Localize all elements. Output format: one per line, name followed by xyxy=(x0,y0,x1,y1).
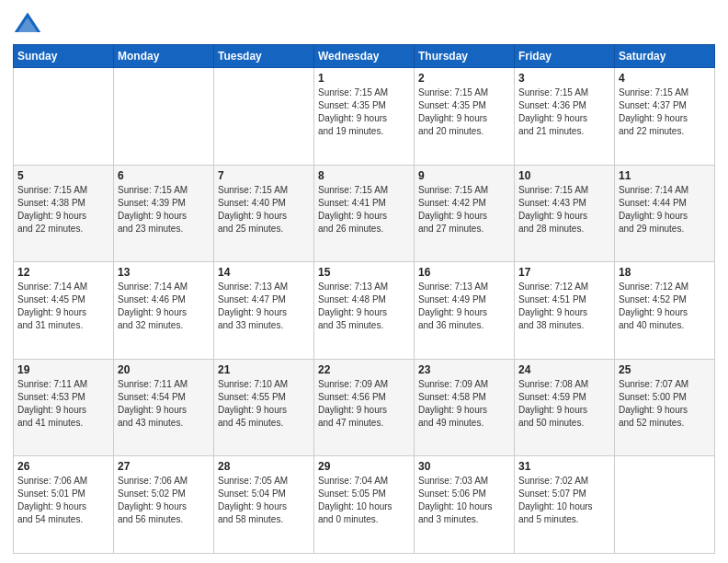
day-info: Sunrise: 7:06 AM Sunset: 5:01 PM Dayligh… xyxy=(17,475,109,526)
weekday-header-saturday: Saturday xyxy=(615,45,715,68)
day-cell-1: 1Sunrise: 7:15 AM Sunset: 4:35 PM Daylig… xyxy=(314,68,415,166)
day-number: 27 xyxy=(118,460,210,473)
day-cell-24: 24Sunrise: 7:08 AM Sunset: 4:59 PM Dayli… xyxy=(515,359,615,456)
day-number: 17 xyxy=(518,266,610,279)
day-cell-19: 19Sunrise: 7:11 AM Sunset: 4:53 PM Dayli… xyxy=(14,359,114,456)
day-number: 5 xyxy=(17,169,109,182)
day-cell-14: 14Sunrise: 7:13 AM Sunset: 4:47 PM Dayli… xyxy=(214,262,314,360)
day-number: 14 xyxy=(218,266,310,279)
day-number: 9 xyxy=(418,169,510,182)
day-number: 10 xyxy=(518,169,610,182)
logo xyxy=(13,9,46,39)
day-number: 3 xyxy=(518,72,610,85)
weekday-header-sunday: Sunday xyxy=(14,45,114,68)
week-row-3: 12Sunrise: 7:14 AM Sunset: 4:45 PM Dayli… xyxy=(14,262,715,360)
day-number: 24 xyxy=(518,363,610,376)
logo-icon xyxy=(13,9,42,39)
day-cell-12: 12Sunrise: 7:14 AM Sunset: 4:45 PM Dayli… xyxy=(14,262,114,360)
page: SundayMondayTuesdayWednesdayThursdayFrid… xyxy=(0,0,728,563)
day-info: Sunrise: 7:06 AM Sunset: 5:02 PM Dayligh… xyxy=(118,475,210,526)
weekday-header-thursday: Thursday xyxy=(415,45,515,68)
day-cell-16: 16Sunrise: 7:13 AM Sunset: 4:49 PM Dayli… xyxy=(415,262,515,360)
day-number: 22 xyxy=(318,363,410,376)
day-cell-10: 10Sunrise: 7:15 AM Sunset: 4:43 PM Dayli… xyxy=(515,165,615,262)
day-cell-15: 15Sunrise: 7:13 AM Sunset: 4:48 PM Dayli… xyxy=(314,262,415,360)
day-info: Sunrise: 7:14 AM Sunset: 4:44 PM Dayligh… xyxy=(619,184,711,236)
day-number: 7 xyxy=(218,169,310,182)
day-number: 31 xyxy=(518,460,610,473)
day-info: Sunrise: 7:14 AM Sunset: 4:45 PM Dayligh… xyxy=(17,281,109,332)
day-info: Sunrise: 7:09 AM Sunset: 4:58 PM Dayligh… xyxy=(418,378,510,430)
day-cell-21: 21Sunrise: 7:10 AM Sunset: 4:55 PM Dayli… xyxy=(214,359,314,456)
day-info: Sunrise: 7:12 AM Sunset: 4:52 PM Dayligh… xyxy=(619,281,711,332)
day-info: Sunrise: 7:15 AM Sunset: 4:43 PM Dayligh… xyxy=(518,184,610,236)
empty-cell xyxy=(615,456,715,554)
day-number: 12 xyxy=(17,266,109,279)
day-cell-20: 20Sunrise: 7:11 AM Sunset: 4:54 PM Dayli… xyxy=(114,359,214,456)
day-number: 4 xyxy=(619,72,711,85)
day-number: 21 xyxy=(218,363,310,376)
day-info: Sunrise: 7:03 AM Sunset: 5:06 PM Dayligh… xyxy=(418,475,510,526)
day-number: 13 xyxy=(118,266,210,279)
day-cell-22: 22Sunrise: 7:09 AM Sunset: 4:56 PM Dayli… xyxy=(314,359,415,456)
week-row-5: 26Sunrise: 7:06 AM Sunset: 5:01 PM Dayli… xyxy=(14,456,715,554)
day-number: 25 xyxy=(619,363,711,376)
day-number: 2 xyxy=(418,72,510,85)
day-info: Sunrise: 7:15 AM Sunset: 4:39 PM Dayligh… xyxy=(118,184,210,236)
day-info: Sunrise: 7:10 AM Sunset: 4:55 PM Dayligh… xyxy=(218,378,310,430)
day-cell-26: 26Sunrise: 7:06 AM Sunset: 5:01 PM Dayli… xyxy=(14,456,114,554)
day-number: 26 xyxy=(17,460,109,473)
day-cell-23: 23Sunrise: 7:09 AM Sunset: 4:58 PM Dayli… xyxy=(415,359,515,456)
header xyxy=(13,9,715,39)
day-info: Sunrise: 7:13 AM Sunset: 4:49 PM Dayligh… xyxy=(418,281,510,332)
calendar-table: SundayMondayTuesdayWednesdayThursdayFrid… xyxy=(13,44,715,554)
week-row-2: 5Sunrise: 7:15 AM Sunset: 4:38 PM Daylig… xyxy=(14,165,715,262)
day-number: 23 xyxy=(418,363,510,376)
empty-cell xyxy=(14,68,114,166)
weekday-header-friday: Friday xyxy=(515,45,615,68)
day-info: Sunrise: 7:11 AM Sunset: 4:54 PM Dayligh… xyxy=(118,378,210,430)
day-info: Sunrise: 7:15 AM Sunset: 4:40 PM Dayligh… xyxy=(218,184,310,236)
day-info: Sunrise: 7:04 AM Sunset: 5:05 PM Dayligh… xyxy=(318,475,410,526)
week-row-4: 19Sunrise: 7:11 AM Sunset: 4:53 PM Dayli… xyxy=(14,359,715,456)
day-info: Sunrise: 7:12 AM Sunset: 4:51 PM Dayligh… xyxy=(518,281,610,332)
day-info: Sunrise: 7:15 AM Sunset: 4:36 PM Dayligh… xyxy=(518,86,610,138)
day-info: Sunrise: 7:13 AM Sunset: 4:47 PM Dayligh… xyxy=(218,281,310,332)
day-cell-2: 2Sunrise: 7:15 AM Sunset: 4:35 PM Daylig… xyxy=(415,68,515,166)
day-number: 6 xyxy=(118,169,210,182)
day-info: Sunrise: 7:15 AM Sunset: 4:41 PM Dayligh… xyxy=(318,184,410,236)
day-cell-28: 28Sunrise: 7:05 AM Sunset: 5:04 PM Dayli… xyxy=(214,456,314,554)
day-cell-25: 25Sunrise: 7:07 AM Sunset: 5:00 PM Dayli… xyxy=(615,359,715,456)
week-row-1: 1Sunrise: 7:15 AM Sunset: 4:35 PM Daylig… xyxy=(14,68,715,166)
empty-cell xyxy=(114,68,214,166)
day-number: 28 xyxy=(218,460,310,473)
day-cell-8: 8Sunrise: 7:15 AM Sunset: 4:41 PM Daylig… xyxy=(314,165,415,262)
day-cell-11: 11Sunrise: 7:14 AM Sunset: 4:44 PM Dayli… xyxy=(615,165,715,262)
day-cell-18: 18Sunrise: 7:12 AM Sunset: 4:52 PM Dayli… xyxy=(615,262,715,360)
weekday-header-monday: Monday xyxy=(114,45,214,68)
day-number: 16 xyxy=(418,266,510,279)
day-number: 30 xyxy=(418,460,510,473)
day-cell-17: 17Sunrise: 7:12 AM Sunset: 4:51 PM Dayli… xyxy=(515,262,615,360)
weekday-header-row: SundayMondayTuesdayWednesdayThursdayFrid… xyxy=(14,45,715,68)
day-info: Sunrise: 7:15 AM Sunset: 4:35 PM Dayligh… xyxy=(318,86,410,138)
day-number: 1 xyxy=(318,72,410,85)
day-info: Sunrise: 7:15 AM Sunset: 4:37 PM Dayligh… xyxy=(619,86,711,138)
day-cell-13: 13Sunrise: 7:14 AM Sunset: 4:46 PM Dayli… xyxy=(114,262,214,360)
day-info: Sunrise: 7:08 AM Sunset: 4:59 PM Dayligh… xyxy=(518,378,610,430)
day-info: Sunrise: 7:09 AM Sunset: 4:56 PM Dayligh… xyxy=(318,378,410,430)
day-cell-29: 29Sunrise: 7:04 AM Sunset: 5:05 PM Dayli… xyxy=(314,456,415,554)
day-info: Sunrise: 7:13 AM Sunset: 4:48 PM Dayligh… xyxy=(318,281,410,332)
day-info: Sunrise: 7:15 AM Sunset: 4:35 PM Dayligh… xyxy=(418,86,510,138)
day-cell-7: 7Sunrise: 7:15 AM Sunset: 4:40 PM Daylig… xyxy=(214,165,314,262)
day-info: Sunrise: 7:15 AM Sunset: 4:38 PM Dayligh… xyxy=(17,184,109,236)
day-info: Sunrise: 7:11 AM Sunset: 4:53 PM Dayligh… xyxy=(17,378,109,430)
weekday-header-tuesday: Tuesday xyxy=(214,45,314,68)
day-cell-3: 3Sunrise: 7:15 AM Sunset: 4:36 PM Daylig… xyxy=(515,68,615,166)
day-info: Sunrise: 7:15 AM Sunset: 4:42 PM Dayligh… xyxy=(418,184,510,236)
empty-cell xyxy=(214,68,314,166)
day-cell-6: 6Sunrise: 7:15 AM Sunset: 4:39 PM Daylig… xyxy=(114,165,214,262)
day-cell-31: 31Sunrise: 7:02 AM Sunset: 5:07 PM Dayli… xyxy=(515,456,615,554)
day-number: 19 xyxy=(17,363,109,376)
day-number: 11 xyxy=(619,169,711,182)
